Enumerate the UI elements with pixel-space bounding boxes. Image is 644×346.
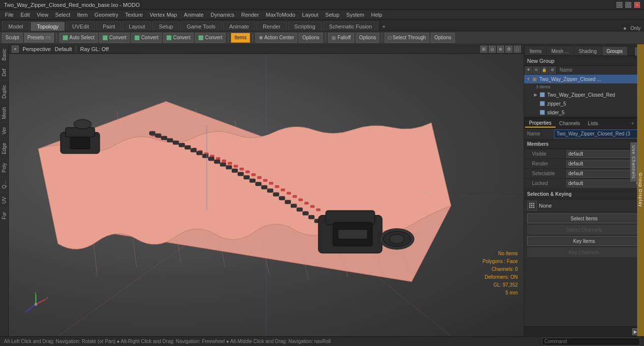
falloff-button[interactable]: ◎ Falloff <box>328 33 354 43</box>
menu-render[interactable]: Render <box>238 11 262 19</box>
menu-system[interactable]: System <box>343 11 367 19</box>
props-tab-properties[interactable]: Properties <box>525 119 556 128</box>
sidebar-item-mesh[interactable]: Mesh <box>0 103 8 123</box>
sidebar-item-ver[interactable]: Ver <box>0 123 8 138</box>
sidebar-item-def[interactable]: Def <box>0 64 8 80</box>
menu-maxtomodo[interactable]: MaxToModo <box>263 11 298 19</box>
scene-svg <box>9 54 524 336</box>
tree-item-0[interactable]: ▶ Two_Way_Zipper_Closed_Red <box>524 90 644 99</box>
menu-file[interactable]: File <box>2 11 17 19</box>
convert-button-2[interactable]: Convert <box>131 33 162 43</box>
tab-schematic[interactable]: Schematic Fusion <box>323 22 378 31</box>
sidebar-item-duplic[interactable]: Duplic <box>0 80 8 103</box>
tab-model[interactable]: Model <box>2 22 29 31</box>
action-options-button[interactable]: Options <box>299 33 322 43</box>
tab-groups[interactable]: Groups <box>602 47 627 55</box>
select-through-button[interactable]: □ Select Through <box>385 33 429 43</box>
sculpt-button[interactable]: Sculpt <box>2 33 23 43</box>
tab-render[interactable]: Render <box>256 22 287 31</box>
svg-rect-48 <box>310 205 314 208</box>
tab-shading[interactable]: Shading <box>574 47 601 55</box>
convert-button-1[interactable]: Convert <box>99 33 130 43</box>
items-button[interactable]: Items <box>231 33 250 43</box>
menu-dynamics[interactable]: Dynamics <box>208 11 237 19</box>
viewport-camera-icon[interactable]: ◎ <box>489 46 496 53</box>
menu-select[interactable]: Select <box>52 11 73 19</box>
viewport-expand-icon[interactable]: □ <box>514 46 521 53</box>
command-input[interactable] <box>542 338 640 346</box>
tab-paint[interactable]: Paint <box>96 22 121 31</box>
maximize-button[interactable]: □ <box>625 2 631 8</box>
group-lock-icon[interactable]: 🔒 <box>541 67 548 74</box>
close-button[interactable]: × <box>634 2 640 8</box>
svg-rect-54 <box>173 141 179 145</box>
viewport-canvas[interactable]: No Items Polygons : Face Channels: 0 Def… <box>9 54 524 336</box>
prop-name-row: Name <box>524 129 644 139</box>
tab-game-tools[interactable]: Game Tools <box>180 22 222 31</box>
group-settings-icon[interactable]: ⚙ <box>549 67 556 74</box>
default-label[interactable]: Default <box>55 46 72 52</box>
tab-items[interactable]: Items <box>525 47 546 55</box>
sidebar-item-edge[interactable]: Edge <box>0 138 8 158</box>
ray-gl-label[interactable]: Ray GL: Off <box>80 46 109 52</box>
menu-animate[interactable]: Animate <box>181 11 206 19</box>
perspective-label[interactable]: Perspective <box>23 46 51 52</box>
sidebar-item-fur[interactable]: Fur <box>0 208 8 223</box>
viewport-wrap: ≡ Perspective Default Ray GL: Off ⊞ ◎ ⊕ … <box>9 44 524 336</box>
tree-item-1[interactable]: zipper_5 <box>524 99 644 108</box>
viewport-zoom-icon[interactable]: ⊕ <box>497 46 504 53</box>
select-items-button[interactable]: Select Items <box>527 213 641 223</box>
tab-mesh[interactable]: Mesh ... <box>547 47 573 55</box>
menu-layout[interactable]: Layout <box>299 11 321 19</box>
props-plus-icon[interactable]: + <box>630 121 636 126</box>
only-label: Only <box>629 26 642 31</box>
menu-geometry[interactable]: Geometry <box>91 11 121 19</box>
falloff-options-button[interactable]: Options <box>356 33 379 43</box>
mesh-icon-2 <box>539 109 546 116</box>
presets-button[interactable]: Presets F5 <box>24 33 54 43</box>
group-tree-item-main[interactable]: ▼ ⊞ Two_Way_Zipper_Closed ... <box>524 75 644 83</box>
tab-topology[interactable]: Topology <box>30 22 65 31</box>
name-input[interactable] <box>554 130 641 138</box>
viewport-grid-icon[interactable]: ⊞ <box>480 46 487 53</box>
menu-texture[interactable]: Texture <box>122 11 146 19</box>
menu-edit[interactable]: Edit <box>18 11 33 19</box>
convert-button-3[interactable]: Convert <box>163 33 194 43</box>
selectable-label: Selectable <box>532 171 566 176</box>
tab-layout[interactable]: Layout <box>122 22 151 31</box>
tab-scripting[interactable]: Scripting <box>288 22 322 31</box>
tree-arrow-main: ▼ <box>526 77 531 81</box>
props-tab-lists[interactable]: Lists <box>584 120 602 127</box>
svg-rect-58 <box>196 151 202 155</box>
key-items-button[interactable]: Key Items <box>527 236 641 246</box>
props-tab-channels[interactable]: Channels <box>556 120 584 127</box>
sidebar-item-basic[interactable]: Basic <box>0 44 8 64</box>
convert-button-4[interactable]: Convert <box>195 33 225 43</box>
tab-setup[interactable]: Setup <box>152 22 179 31</box>
menu-vertex-map[interactable]: Vertex Map <box>147 11 180 19</box>
minimize-button[interactable]: − <box>616 2 622 8</box>
sidebar-item-q[interactable]: Q... <box>0 176 8 192</box>
viewport-menu-button[interactable]: ≡ <box>12 46 19 53</box>
add-tab-button[interactable]: + <box>379 22 388 31</box>
menu-help[interactable]: Help <box>368 11 385 19</box>
group-item-name: Two_Way_Zipper_Closed ... <box>539 77 642 82</box>
tree-item-2[interactable]: slider_5 <box>524 108 644 117</box>
sidebar-item-uv[interactable]: UV <box>0 192 8 208</box>
auto-select-button[interactable]: Auto Select <box>59 33 98 43</box>
tab-animate[interactable]: Animate <box>223 22 255 31</box>
visible-value: default <box>568 151 583 157</box>
tab-uvedit[interactable]: UVEdit <box>66 22 95 31</box>
sidebar-item-poly[interactable]: Poly <box>0 159 8 176</box>
svg-rect-49 <box>316 209 320 211</box>
group-tree: ▼ ⊞ Two_Way_Zipper_Closed ... 3 Items ▶ … <box>524 75 644 117</box>
keying-none-row: None <box>524 199 644 212</box>
select-options-button[interactable]: Options <box>431 33 454 43</box>
menu-view[interactable]: View <box>34 11 52 19</box>
group-eye-icon[interactable]: 👁 <box>525 67 532 74</box>
menu-item[interactable]: Item <box>74 11 90 19</box>
group-render-icon[interactable]: R <box>533 67 540 74</box>
menu-setup[interactable]: Setup <box>322 11 342 19</box>
viewport-settings-icon[interactable]: ⚙ <box>505 46 512 53</box>
action-center-button[interactable]: ⊕ Action Center <box>255 33 298 43</box>
